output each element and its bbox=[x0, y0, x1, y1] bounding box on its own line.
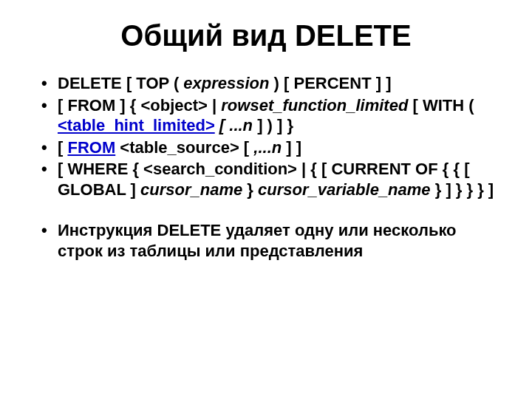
txt: [ TOP ( bbox=[122, 74, 179, 92]
cursor-var: cursor_variable_name bbox=[258, 180, 435, 199]
bullet-list: DELETE [ TOP ( expression ) [ PERCENT ] … bbox=[37, 73, 495, 200]
txt: [ bbox=[58, 138, 67, 157]
txt: [ WITH ( bbox=[412, 96, 474, 115]
bullet-2: [ FROM ] { <object> | rowset_function_li… bbox=[37, 95, 495, 136]
rowset: rowset_function_limited bbox=[216, 96, 412, 115]
txt: [ FROM ] { <object> | bbox=[58, 96, 216, 115]
bullet-4: [ WHERE { <search_condition> | { [ CURRE… bbox=[37, 159, 495, 200]
txt: } ] } } } ] bbox=[435, 180, 494, 199]
slide-title: Общий вид DELETE bbox=[37, 19, 495, 52]
kw-delete: DELETE bbox=[58, 74, 122, 92]
bullet-1: DELETE [ TOP ( expression ) [ PERCENT ] … bbox=[37, 73, 495, 94]
txt: <table_source> [ bbox=[115, 138, 253, 157]
bullet-list-2: Инструкция DELETE удаляет одну или неско… bbox=[37, 220, 495, 261]
txt: } bbox=[242, 180, 258, 199]
txt: ] ] bbox=[282, 138, 301, 157]
txt: ) [ PERCENT ] ] bbox=[274, 74, 392, 92]
expr: expression bbox=[179, 74, 273, 92]
bullet-desc: Инструкция DELETE удаляет одну или неско… bbox=[37, 220, 495, 261]
link-table-hint-limited[interactable]: <table_hint_limited> bbox=[58, 116, 215, 134]
cursor-name: cursor_name bbox=[140, 180, 242, 199]
dotsn: ,...n bbox=[253, 138, 282, 157]
dotsn: [ ...n bbox=[215, 116, 253, 134]
bullet-3: [ FROM <table_source> [ ,...n ] ] bbox=[37, 137, 495, 158]
link-from[interactable]: FROM bbox=[67, 138, 115, 157]
txt: ] ) ] } bbox=[253, 116, 293, 134]
